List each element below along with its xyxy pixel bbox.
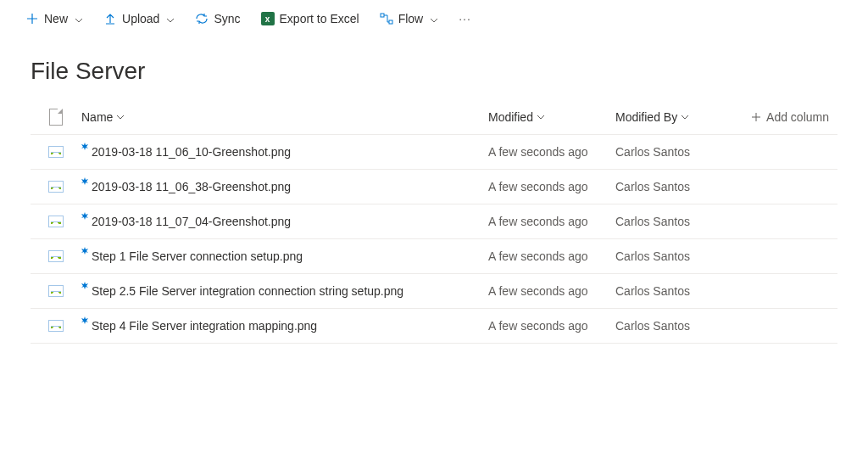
new-item-icon <box>81 319 90 328</box>
modified-cell: A few seconds ago <box>488 180 615 193</box>
svg-rect-1 <box>389 20 392 24</box>
modified-by-cell: Carlos Santos <box>615 319 751 333</box>
modified-cell: A few seconds ago <box>488 249 615 263</box>
column-modified-by[interactable]: Modified By <box>615 110 751 124</box>
table-row[interactable]: Step 4 File Server integration mapping.p… <box>31 309 837 344</box>
flow-icon <box>380 12 393 25</box>
file-name: Step 1 File Server connection setup.png <box>92 249 303 263</box>
column-modified-label: Modified <box>488 110 533 124</box>
column-name-label: Name <box>81 110 113 124</box>
list-header: Name Modified Modified By Add column <box>31 100 837 135</box>
file-name-cell[interactable]: 2019-03-18 11_06_10-Greenshot.png <box>81 145 488 159</box>
file-type-cell <box>31 320 81 332</box>
plus-icon <box>751 112 761 122</box>
chevron-down-icon <box>537 115 545 120</box>
excel-icon: x <box>261 12 275 25</box>
file-type-cell <box>31 146 81 158</box>
page-title: File Server <box>0 37 868 100</box>
column-name[interactable]: Name <box>81 110 488 124</box>
sync-button[interactable]: Sync <box>186 7 248 31</box>
file-name: 2019-03-18 11_07_04-Greenshot.png <box>92 215 291 228</box>
table-row[interactable]: 2019-03-18 11_06_10-Greenshot.pngA few s… <box>31 135 837 170</box>
file-name-cell[interactable]: Step 4 File Server integration mapping.p… <box>81 319 488 333</box>
image-file-icon <box>48 216 64 227</box>
export-label: Export to Excel <box>280 12 359 25</box>
file-name: 2019-03-18 11_06_10-Greenshot.png <box>92 145 291 159</box>
flow-button[interactable]: Flow <box>371 7 448 31</box>
file-name: Step 4 File Server integration mapping.p… <box>92 319 317 333</box>
table-row[interactable]: 2019-03-18 11_06_38-Greenshot.pngA few s… <box>31 170 837 204</box>
command-bar: New Upload Sync x Export to Excel Flow <box>0 0 868 37</box>
modified-by-cell: Carlos Santos <box>615 180 751 193</box>
modified-cell: A few seconds ago <box>488 319 615 333</box>
upload-button[interactable]: Upload <box>95 7 183 31</box>
file-type-cell <box>31 250 81 262</box>
column-modified-by-label: Modified By <box>615 110 677 124</box>
column-type[interactable] <box>31 109 81 126</box>
document-icon <box>49 109 63 126</box>
table-row[interactable]: Step 1 File Server connection setup.pngA… <box>31 239 837 274</box>
sync-icon <box>195 12 209 25</box>
image-file-icon <box>48 320 64 332</box>
new-item-icon <box>81 145 90 154</box>
svg-rect-0 <box>381 14 384 17</box>
file-name: 2019-03-18 11_06_38-Greenshot.png <box>92 180 291 193</box>
file-name-cell[interactable]: Step 2.5 File Server integration connect… <box>81 284 488 298</box>
upload-icon <box>103 12 117 25</box>
modified-cell: A few seconds ago <box>488 145 615 159</box>
modified-by-cell: Carlos Santos <box>615 284 751 298</box>
chevron-down-icon <box>681 115 689 120</box>
new-item-icon <box>81 215 90 223</box>
chevron-down-icon <box>116 115 125 120</box>
add-column-label: Add column <box>766 110 829 124</box>
flow-label: Flow <box>398 12 424 25</box>
file-list: Name Modified Modified By Add column 201… <box>0 100 868 344</box>
modified-by-cell: Carlos Santos <box>615 215 751 228</box>
table-row[interactable]: Step 2.5 File Server integration connect… <box>31 274 837 309</box>
column-modified[interactable]: Modified <box>488 110 615 124</box>
file-type-cell <box>31 216 81 227</box>
modified-cell: A few seconds ago <box>488 284 615 298</box>
plus-icon <box>25 12 39 25</box>
list-body: 2019-03-18 11_06_10-Greenshot.pngA few s… <box>31 135 837 344</box>
image-file-icon <box>48 146 64 158</box>
new-item-icon <box>81 284 90 293</box>
file-name-cell[interactable]: 2019-03-18 11_06_38-Greenshot.png <box>81 180 488 193</box>
new-item-icon <box>81 249 90 258</box>
file-type-cell <box>31 285 81 297</box>
more-button[interactable]: ··· <box>450 7 480 31</box>
sync-label: Sync <box>214 12 240 25</box>
image-file-icon <box>48 285 64 297</box>
image-file-icon <box>48 181 64 193</box>
modified-cell: A few seconds ago <box>488 215 615 228</box>
new-label: New <box>44 12 68 25</box>
modified-by-cell: Carlos Santos <box>615 249 751 263</box>
more-icon: ··· <box>459 12 471 25</box>
new-item-icon <box>81 180 90 188</box>
image-file-icon <box>48 250 64 262</box>
modified-by-cell: Carlos Santos <box>615 145 751 159</box>
chevron-down-icon <box>430 12 438 25</box>
file-type-cell <box>31 181 81 193</box>
table-row[interactable]: 2019-03-18 11_07_04-Greenshot.pngA few s… <box>31 204 837 239</box>
chevron-down-icon <box>166 12 175 25</box>
new-button[interactable]: New <box>17 7 92 31</box>
upload-label: Upload <box>122 12 159 25</box>
add-column-button[interactable]: Add column <box>751 110 837 124</box>
file-name: Step 2.5 File Server integration connect… <box>92 284 403 298</box>
chevron-down-icon <box>75 12 83 25</box>
file-name-cell[interactable]: Step 1 File Server connection setup.png <box>81 249 488 263</box>
file-name-cell[interactable]: 2019-03-18 11_07_04-Greenshot.png <box>81 215 488 228</box>
export-excel-button[interactable]: x Export to Excel <box>253 7 368 31</box>
